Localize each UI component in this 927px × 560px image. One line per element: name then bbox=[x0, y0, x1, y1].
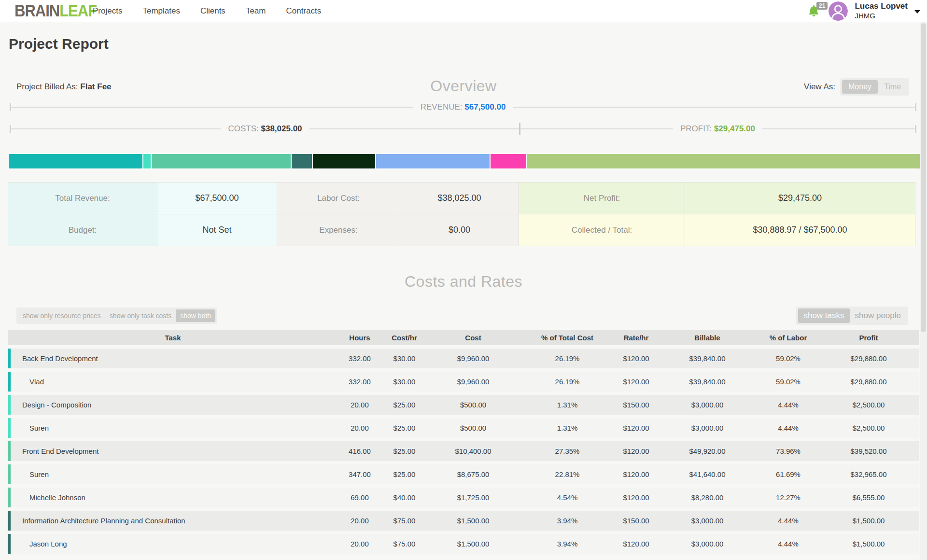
table-cell: $120.00 bbox=[616, 418, 657, 438]
table-cell: $120.00 bbox=[616, 464, 657, 484]
summary-value-not-set: Not Set bbox=[157, 214, 277, 246]
table-cell: 59.02% bbox=[758, 349, 818, 368]
table-cell: 347.00 bbox=[338, 464, 381, 484]
view-as-money-button[interactable]: Money bbox=[842, 80, 878, 94]
nav-item-team[interactable]: Team bbox=[246, 6, 266, 16]
table-cell: $30.00 bbox=[381, 349, 427, 368]
bar-segment-front-end-development-cost bbox=[152, 154, 291, 168]
table-cell: 4.44% bbox=[758, 418, 818, 438]
table-cell: $120.00 bbox=[616, 534, 657, 554]
bracket-line bbox=[762, 128, 915, 129]
table-row-jason-long[interactable]: Jason Long20.00$75.00$1,500.003.94%$120.… bbox=[8, 534, 919, 554]
filter-show-tasks-button[interactable]: show tasks bbox=[798, 308, 849, 323]
profit-bracket: PROFIT: $29,475.00 bbox=[520, 123, 916, 135]
summary-label-expenses: Expenses: bbox=[277, 214, 400, 246]
table-cell: 61.69% bbox=[758, 464, 818, 484]
user-name: Lucas Lopvet bbox=[855, 1, 908, 11]
costs-and-rates-heading: Costs and Rates bbox=[0, 273, 927, 291]
bracket-line bbox=[513, 107, 915, 108]
bar-segment-cost-segment bbox=[313, 154, 375, 168]
notifications-button[interactable]: 21 bbox=[807, 4, 822, 18]
nav-item-contracts[interactable]: Contracts bbox=[286, 6, 321, 16]
table-cell: $120.00 bbox=[616, 349, 657, 368]
brainleaf-logo[interactable]: BRAINLEAF bbox=[14, 0, 97, 23]
table-cell: $1,725.00 bbox=[427, 488, 519, 507]
view-as-label: View As: bbox=[804, 82, 835, 92]
revenue-label: REVENUE: $67,500.00 bbox=[413, 102, 513, 112]
table-cell: $40.00 bbox=[381, 488, 427, 507]
table-cell: $75.00 bbox=[381, 511, 427, 531]
chevron-down-icon[interactable] bbox=[914, 10, 920, 14]
table-row-front-end-development[interactable]: Front End Development416.00$25.00$10,400… bbox=[8, 441, 919, 461]
page-scrollbar-thumb[interactable] bbox=[921, 23, 926, 332]
person-name: Jason Long bbox=[8, 534, 338, 554]
top-nav-bar: BRAINLEAF ProjectsTemplatesClientsTeamCo… bbox=[0, 0, 927, 22]
table-cell: 4.54% bbox=[519, 488, 616, 507]
nav-item-templates[interactable]: Templates bbox=[142, 6, 180, 16]
revenue-label-text: REVENUE: bbox=[421, 102, 463, 112]
table-cell: $9,960.00 bbox=[427, 372, 519, 392]
table-row-suren[interactable]: Suren20.00$25.00$500.001.31%$120.00$3,00… bbox=[8, 418, 919, 438]
table-cell: 20.00 bbox=[338, 418, 381, 438]
table-cell: 26.19% bbox=[519, 372, 616, 392]
row-type-filter-group: show tasksshow people bbox=[796, 307, 908, 325]
table-cell: $39,840.00 bbox=[657, 372, 758, 392]
user-avatar[interactable] bbox=[829, 1, 848, 21]
table-cell: $75.00 bbox=[381, 534, 427, 554]
bar-segment-cost-segment bbox=[376, 154, 490, 168]
costs-value: $38,025.00 bbox=[261, 124, 302, 133]
table-cell: $9,960.00 bbox=[427, 349, 519, 368]
bar-segment-ia-planning-consultation-cost bbox=[292, 154, 311, 168]
user-menu[interactable]: Lucas Lopvet JHMG bbox=[855, 1, 908, 20]
table-cell: 3.94% bbox=[519, 534, 616, 554]
table-cell: 22.81% bbox=[519, 464, 616, 484]
task-name: Front End Development bbox=[8, 441, 338, 461]
bar-segment-design-composition-cost bbox=[143, 154, 151, 168]
costs-bracket: COSTS: $38,025.00 bbox=[10, 123, 520, 135]
view-as-time-button[interactable]: Time bbox=[878, 80, 907, 94]
filter-show-only-resource-prices-button[interactable]: show only resource prices bbox=[18, 309, 105, 322]
nav-item-clients[interactable]: Clients bbox=[200, 6, 225, 16]
table-cell: $29,880.00 bbox=[818, 372, 919, 392]
table-row-michelle-johnson[interactable]: Michelle Johnson69.00$40.00$1,725.004.54… bbox=[8, 488, 919, 507]
person-name: Suren bbox=[8, 418, 338, 438]
summary-label-labor-cost: Labor Cost: bbox=[277, 182, 400, 214]
revenue-cost-stacked-bar bbox=[8, 153, 915, 169]
table-cell: $3,000.00 bbox=[657, 418, 758, 438]
table-cell: $3,000.00 bbox=[657, 511, 758, 531]
page-scrollbar-track[interactable] bbox=[920, 22, 927, 560]
table-row-suren[interactable]: Suren347.00$25.00$8,675.0022.81%$120.00$… bbox=[8, 464, 919, 484]
table-cell: $25.00 bbox=[381, 464, 427, 484]
table-cell: $120.00 bbox=[616, 488, 657, 507]
table-row-information-architecture-planning-and-consultation[interactable]: Information Architecture Planning and Co… bbox=[8, 511, 919, 531]
profit-label-text: PROFIT: bbox=[680, 124, 712, 133]
table-cell: 69.00 bbox=[338, 488, 381, 507]
table-cell: $25.00 bbox=[381, 395, 427, 415]
table-row-vlad[interactable]: Vlad332.00$30.00$9,960.0026.19%$120.00$3… bbox=[8, 372, 919, 392]
table-row-design-composition[interactable]: Design - Composition20.00$25.00$500.001.… bbox=[8, 395, 919, 415]
column-header-profit: Profit bbox=[818, 330, 919, 345]
profit-label: PROFIT: $29,475.00 bbox=[673, 124, 762, 134]
column-header-billable: Billable bbox=[657, 330, 758, 345]
filter-show-people-button[interactable]: show people bbox=[850, 308, 906, 323]
filter-show-both-button[interactable]: show both bbox=[176, 309, 215, 322]
table-cell: $8,675.00 bbox=[427, 464, 519, 484]
filter-show-only-task-costs-button[interactable]: show only task costs bbox=[105, 309, 176, 322]
bracket-tick bbox=[915, 103, 916, 111]
table-cell: $30.00 bbox=[381, 372, 427, 392]
table-cell: 332.00 bbox=[338, 349, 381, 368]
bracket-line bbox=[11, 107, 413, 108]
summary-value-0-00: $0.00 bbox=[400, 214, 519, 246]
costs-label: COSTS: $38,025.00 bbox=[221, 124, 309, 134]
person-name: Suren bbox=[8, 464, 338, 484]
table-cell: $3,000.00 bbox=[657, 395, 758, 415]
table-cell: 20.00 bbox=[338, 511, 381, 531]
nav-item-projects[interactable]: Projects bbox=[93, 6, 122, 16]
view-as-toggle: View As: MoneyTime bbox=[804, 78, 909, 96]
costs-rates-table: TaskHoursCost/hrCost% of Total CostRate/… bbox=[8, 330, 919, 554]
table-cell: 1.31% bbox=[519, 418, 616, 438]
nav-right-cluster: 21 Lucas Lopvet JHMG bbox=[807, 0, 920, 22]
table-cell: $1,500.00 bbox=[818, 534, 919, 554]
table-row-back-end-development[interactable]: Back End Development332.00$30.00$9,960.0… bbox=[8, 349, 919, 368]
column-header-of-total-cost: % of Total Cost bbox=[519, 330, 616, 345]
